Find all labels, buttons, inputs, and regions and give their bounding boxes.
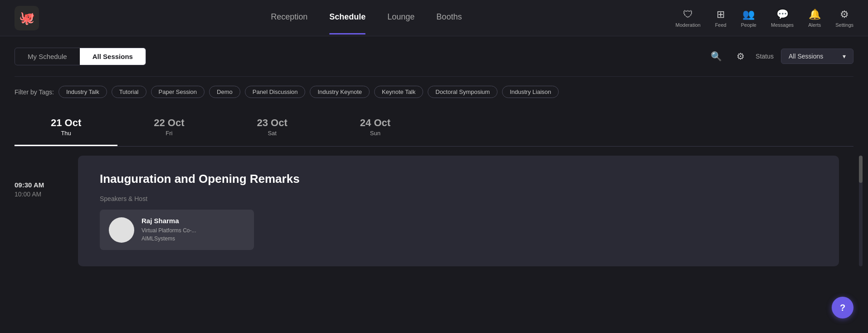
schedule-controls: My Schedule All Sessions 🔍 ⚙ Status All … [15,47,853,65]
schedule-body: 09:30 AM 10:00 AM Inauguration and Openi… [15,156,853,266]
tag-industry-talk[interactable]: Industry Talk [59,86,107,98]
tag-industry-keynote[interactable]: Industry Keynote [310,86,370,98]
search-icon: 🔍 [711,51,722,61]
date-day-oct23: Sat [257,130,288,137]
speaker-name: Raj Sharma [141,217,196,225]
alerts-icon: 🔔 [809,9,821,20]
messages-icon: 💬 [776,9,789,20]
settings-filter-button[interactable]: ⚙ [733,47,748,65]
scrollbar-track [859,156,863,266]
date-tab-oct21[interactable]: 21 Oct Thu [15,109,117,146]
status-value: All Sessions [789,53,823,60]
moderation-icon: 🛡 [683,9,693,20]
speaker-role: Virtual Platforms Co-... AIMLSystems [141,226,196,243]
date-day-oct24: Sun [360,130,390,137]
scrollbar-thumb[interactable] [859,156,863,183]
all-sessions-tab[interactable]: All Sessions [80,48,146,65]
scrollbar-area[interactable] [848,156,853,266]
time-end: 10:00 AM [15,191,69,198]
feed-icon: ⊞ [717,9,725,20]
tag-industry-liaison[interactable]: Industry Liaison [502,86,559,98]
nav-booths[interactable]: Booths [436,12,462,24]
nav-schedule[interactable]: Schedule [329,12,366,24]
people-icon: 👥 [742,9,755,20]
date-num-oct23: 23 Oct [257,117,288,129]
nav-messages[interactable]: 💬 Messages [771,9,794,28]
top-nav: 🐙 Reception Schedule Lounge Booths 🛡 Mod… [0,0,868,36]
nav-people[interactable]: 👥 People [741,9,756,28]
moderation-label: Moderation [676,22,701,28]
gear-filter-icon: ⚙ [736,51,745,61]
status-dropdown[interactable]: All Sessions ▾ [781,49,853,64]
speaker-info: Raj Sharma Virtual Platforms Co-... AIML… [141,217,196,243]
tag-paper-session[interactable]: Paper Session [151,86,205,98]
speaker-avatar [109,217,134,243]
speaker-card[interactable]: Raj Sharma Virtual Platforms Co-... AIML… [100,210,254,250]
nav-lounge[interactable]: Lounge [387,12,414,24]
date-tab-oct22[interactable]: 22 Oct Fri [117,109,220,146]
date-tabs: 21 Oct Thu 22 Oct Fri 23 Oct Sat 24 Oct … [15,109,853,147]
date-day-oct21: Thu [51,130,81,137]
tag-tutorial[interactable]: Tutorial [112,86,146,98]
messages-label: Messages [771,22,794,28]
speakers-label: Speakers & Host [100,195,817,202]
nav-feed[interactable]: ⊞ Feed [715,9,727,28]
main-content: My Schedule All Sessions 🔍 ⚙ Status All … [0,36,868,277]
tag-keynote-talk[interactable]: Keynote Talk [374,86,423,98]
tag-panel-discussion[interactable]: Panel Discussion [245,86,306,98]
help-button[interactable]: ? [832,297,853,318]
nav-alerts[interactable]: 🔔 Alerts [808,9,821,28]
time-start: 09:30 AM [15,181,69,189]
date-num-oct24: 24 Oct [360,117,390,129]
filter-row: Filter by Tags: Industry Talk Tutorial P… [15,86,853,98]
my-schedule-tab[interactable]: My Schedule [15,48,80,65]
help-icon: ? [840,303,845,313]
settings-icon: ⚙ [840,9,849,20]
filter-label: Filter by Tags: [15,88,54,96]
date-tab-oct23[interactable]: 23 Oct Sat [221,109,324,146]
date-tab-oct24[interactable]: 24 Oct Sun [324,109,427,146]
feed-label: Feed [715,22,727,28]
nav-settings[interactable]: ⚙ Settings [835,9,853,28]
date-num-oct22: 22 Oct [154,117,184,129]
alerts-label: Alerts [808,22,821,28]
session-card[interactable]: Inauguration and Opening Remarks Speaker… [78,156,839,266]
time-column: 09:30 AM 10:00 AM [15,156,69,266]
tag-doctoral-symposium[interactable]: Doctoral Symposium [428,86,497,98]
divider-1 [15,76,853,77]
nav-reception[interactable]: Reception [271,12,307,24]
date-day-oct22: Fri [154,130,184,137]
chevron-down-icon: ▾ [843,53,846,60]
search-button[interactable]: 🔍 [707,47,726,65]
people-label: People [741,22,756,28]
nav-moderation[interactable]: 🛡 Moderation [676,9,701,28]
settings-label: Settings [835,22,853,28]
nav-links: Reception Schedule Lounge Booths [57,12,676,24]
sessions-column: Inauguration and Opening Remarks Speaker… [78,156,839,266]
tag-demo[interactable]: Demo [209,86,240,98]
logo-icon: 🐙 [19,10,35,25]
time-entry: 09:30 AM 10:00 AM [15,181,69,198]
date-num-oct21: 21 Oct [51,117,81,129]
session-title: Inauguration and Opening Remarks [100,172,817,186]
tab-group: My Schedule All Sessions [15,48,146,65]
nav-icons: 🛡 Moderation ⊞ Feed 👥 People 💬 Messages … [676,9,853,28]
status-label: Status [756,53,774,60]
app-logo[interactable]: 🐙 [15,6,39,30]
